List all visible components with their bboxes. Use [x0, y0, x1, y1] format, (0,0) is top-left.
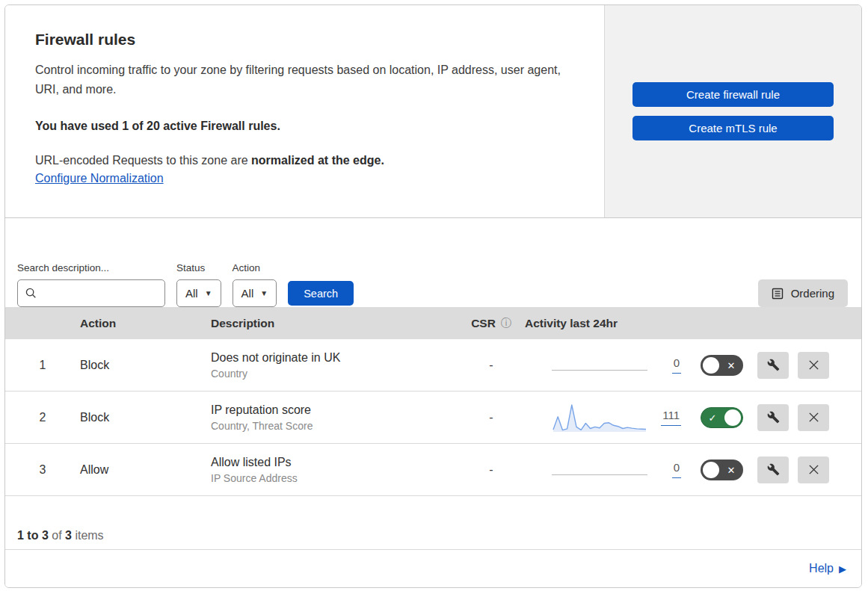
rule-activity-cell: 111: [525, 402, 686, 433]
intro-panel: Firewall rules Control incoming traffic …: [5, 5, 604, 217]
column-header-description: Description: [211, 317, 458, 330]
rule-description: Does not originate in UK: [211, 351, 458, 365]
help-link-label: Help: [809, 562, 834, 575]
rule-description-cell: IP reputation score Country, Threat Scor…: [211, 403, 458, 432]
info-icon[interactable]: ⓘ: [501, 317, 511, 330]
table-row: 3 Allow Allow listed IPs IP Source Addre…: [5, 444, 861, 496]
search-button[interactable]: Search: [288, 281, 354, 306]
table-header: Action Description CSR ⓘ Activity last 2…: [5, 307, 861, 339]
toggle-knob: [703, 462, 719, 478]
help-row: Help ▶: [5, 550, 861, 587]
rule-enabled-toggle[interactable]: ✕ ✓: [701, 460, 743, 480]
create-mtls-rule-button[interactable]: Create mTLS rule: [632, 116, 834, 140]
page-title: Firewall rules: [35, 31, 574, 49]
rule-description: IP reputation score: [211, 403, 458, 417]
status-label: Status: [176, 262, 221, 273]
filter-bar: Search description... Status All ▼ Actio…: [5, 218, 861, 307]
rule-csr-value: -: [458, 411, 525, 424]
wrench-icon: [767, 411, 780, 424]
action-dropdown-value: All: [241, 287, 254, 300]
activity-count-link[interactable]: 111: [661, 409, 681, 426]
pagination-summary: 1 to 3 of 3 items: [5, 496, 861, 550]
column-header-activity: Activity last 24hr: [525, 317, 686, 330]
table-row: 1 Block Does not originate in UK Country…: [5, 339, 861, 392]
search-label: Search description...: [17, 262, 165, 273]
wrench-icon: [767, 359, 780, 371]
arrow-right-icon: ▶: [839, 563, 846, 575]
action-label: Action: [233, 262, 277, 273]
action-dropdown[interactable]: All ▼: [233, 279, 277, 307]
rule-fields: Country, Threat Score: [211, 420, 458, 432]
normalization-note: URL-encoded Requests to this zone are no…: [35, 154, 574, 167]
delete-rule-button[interactable]: [798, 404, 829, 431]
close-icon: [808, 412, 819, 423]
column-header-csr: CSR ⓘ: [458, 317, 525, 330]
activity-sparkline-chart: [552, 402, 647, 433]
activity-count-link[interactable]: 0: [672, 461, 681, 478]
toggle-on-icon: ✓: [709, 412, 717, 423]
cta-panel: Create firewall rule Create mTLS rule: [604, 5, 861, 217]
chevron-down-icon: ▼: [205, 289, 212, 297]
activity-sparkline-flat: [552, 474, 647, 475]
toggle-cell: ✕ ✓: [686, 355, 757, 376]
rule-fields: IP Source Address: [211, 472, 458, 484]
rule-priority: 1: [5, 359, 80, 372]
rule-action: Allow: [80, 463, 211, 477]
toggle-cell: ✕ ✓: [686, 460, 757, 480]
status-dropdown-value: All: [185, 287, 198, 300]
rule-fields: Country: [211, 368, 458, 380]
rule-activity-cell: 0: [525, 461, 686, 478]
help-link[interactable]: Help ▶: [809, 562, 846, 575]
rule-enabled-toggle[interactable]: ✕ ✓: [701, 355, 743, 376]
rule-description-cell: Allow listed IPs IP Source Address: [211, 456, 458, 484]
rule-enabled-toggle[interactable]: ✕ ✓: [701, 407, 743, 428]
toggle-cell: ✕ ✓: [686, 407, 757, 428]
rules-list-section: Search description... Status All ▼ Actio…: [5, 218, 861, 587]
rule-action: Block: [80, 359, 211, 372]
toggle-knob: [724, 409, 741, 426]
rule-priority: 2: [5, 411, 80, 424]
toggle-off-icon: ✕: [727, 359, 736, 371]
activity-count-link[interactable]: 0: [672, 356, 681, 374]
list-icon: [772, 288, 784, 300]
rule-csr-value: -: [458, 463, 525, 477]
edit-rule-button[interactable]: [757, 457, 789, 483]
page-description: Control incoming traffic to your zone by…: [35, 61, 574, 100]
rule-description-cell: Does not originate in UK Country: [211, 351, 458, 380]
toggle-knob: [703, 357, 719, 374]
delete-rule-button[interactable]: [798, 352, 829, 379]
search-box[interactable]: [17, 279, 165, 307]
edit-rule-button[interactable]: [757, 352, 789, 379]
ordering-button-label: Ordering: [791, 287, 834, 300]
rule-description: Allow listed IPs: [211, 456, 458, 469]
wrench-icon: [767, 463, 780, 476]
delete-rule-button[interactable]: [798, 457, 829, 483]
rule-action: Block: [80, 411, 211, 424]
rule-priority: 3: [5, 463, 80, 477]
configure-normalization-link[interactable]: Configure Normalization: [35, 172, 164, 185]
chevron-down-icon: ▼: [260, 289, 268, 297]
edit-rule-button[interactable]: [757, 404, 789, 431]
activity-sparkline-flat: [552, 370, 647, 371]
create-firewall-rule-button[interactable]: Create firewall rule: [632, 82, 834, 107]
status-dropdown[interactable]: All ▼: [176, 279, 221, 307]
column-header-action: Action: [80, 317, 211, 330]
rule-csr-value: -: [458, 359, 525, 372]
toggle-off-icon: ✕: [727, 464, 736, 475]
status-field-group: Status All ▼: [176, 262, 221, 307]
firewall-rules-page: Firewall rules Control incoming traffic …: [4, 4, 862, 588]
rule-activity-cell: 0: [525, 356, 686, 374]
page-header-section: Firewall rules Control incoming traffic …: [5, 5, 861, 218]
usage-summary: You have used 1 of 20 active Firewall ru…: [35, 120, 574, 133]
search-field-group: Search description...: [17, 262, 165, 307]
search-input[interactable]: [43, 287, 155, 300]
close-icon: [808, 464, 819, 475]
close-icon: [808, 359, 819, 371]
ordering-button[interactable]: Ordering: [758, 279, 848, 307]
action-field-group: Action All ▼: [233, 262, 277, 307]
search-icon: [25, 288, 37, 299]
table-row: 2 Block IP reputation score Country, Thr…: [5, 392, 861, 444]
